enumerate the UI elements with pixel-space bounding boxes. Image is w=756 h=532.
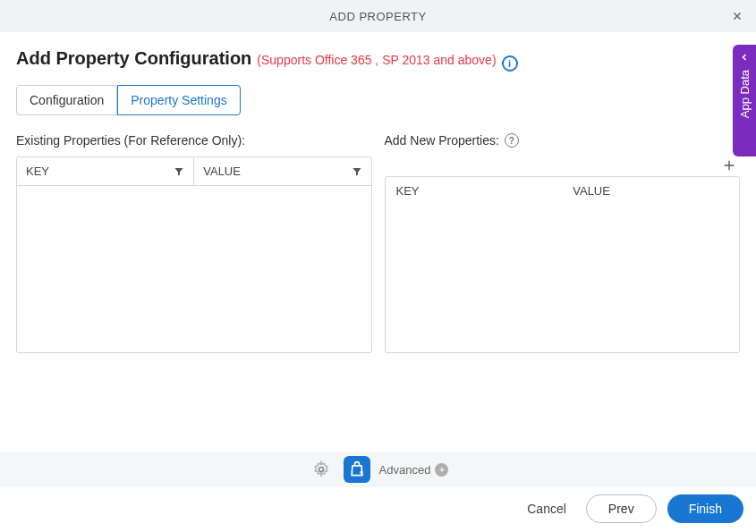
modal-header: ADD PROPERTY <box>0 0 756 32</box>
help-icon[interactable]: ? <box>505 133 519 148</box>
add-row <box>385 156 741 176</box>
existing-col-value-label: VALUE <box>203 165 241 178</box>
existing-col-value: VALUE <box>193 157 370 185</box>
addnew-label-text: Add New Properties: <box>385 133 499 148</box>
app-data-label: App Data <box>738 70 752 118</box>
tab-property-settings[interactable]: Property Settings <box>117 85 240 115</box>
addnew-panel: Add New Properties: ? KEY VALUE <box>385 133 741 353</box>
addnew-col-key: KEY <box>386 177 563 205</box>
shopping-button[interactable] <box>344 456 370 483</box>
footer-actions: Cancel Prev Finish <box>518 494 743 523</box>
page-subtitle: (Supports Office 365 , SP 2013 and above… <box>257 53 496 67</box>
prev-button[interactable]: Prev <box>586 494 657 523</box>
shopping-bag-icon <box>348 460 366 478</box>
addnew-col-value: VALUE <box>562 177 739 205</box>
modal-title: ADD PROPERTY <box>329 10 426 23</box>
close-button[interactable] <box>727 6 747 26</box>
addnew-label: Add New Properties: ? <box>385 133 741 148</box>
svg-point-0 <box>319 468 323 472</box>
chevron-left-icon <box>739 52 750 63</box>
app-data-tab[interactable]: App Data <box>733 45 756 156</box>
settings-button[interactable] <box>308 456 335 483</box>
cancel-button[interactable]: Cancel <box>518 494 575 523</box>
addnew-grid-header: KEY VALUE <box>386 177 740 205</box>
gear-icon <box>312 460 330 478</box>
existing-panel: Existing Properties (For Reference Only)… <box>16 133 372 353</box>
page-title: Add Property Configuration <box>16 48 251 69</box>
advanced-toggle[interactable]: Advanced + <box>379 463 449 477</box>
title-row: Add Property Configuration (Supports Off… <box>16 48 740 69</box>
advanced-plus-icon: + <box>435 463 448 477</box>
info-icon[interactable]: i <box>502 55 518 72</box>
plus-icon[interactable] <box>722 158 736 173</box>
existing-label: Existing Properties (For Reference Only)… <box>16 133 372 148</box>
filter-icon[interactable] <box>352 166 362 177</box>
advanced-label-text: Advanced <box>379 463 431 477</box>
finish-button[interactable]: Finish <box>667 494 743 523</box>
panels-row: Existing Properties (For Reference Only)… <box>16 133 740 353</box>
tab-configuration[interactable]: Configuration <box>16 85 117 115</box>
footer-tools: Advanced + <box>0 452 756 487</box>
close-icon <box>731 10 743 22</box>
addnew-grid: KEY VALUE <box>385 176 741 353</box>
existing-col-key: KEY <box>17 157 193 185</box>
existing-grid: KEY VALUE <box>16 156 372 353</box>
tabs: Configuration Property Settings <box>16 85 740 115</box>
content-area: Add Property Configuration (Supports Off… <box>0 32 756 353</box>
existing-col-key-label: KEY <box>26 165 49 178</box>
filter-icon[interactable] <box>174 166 184 177</box>
existing-grid-header: KEY VALUE <box>17 157 371 186</box>
